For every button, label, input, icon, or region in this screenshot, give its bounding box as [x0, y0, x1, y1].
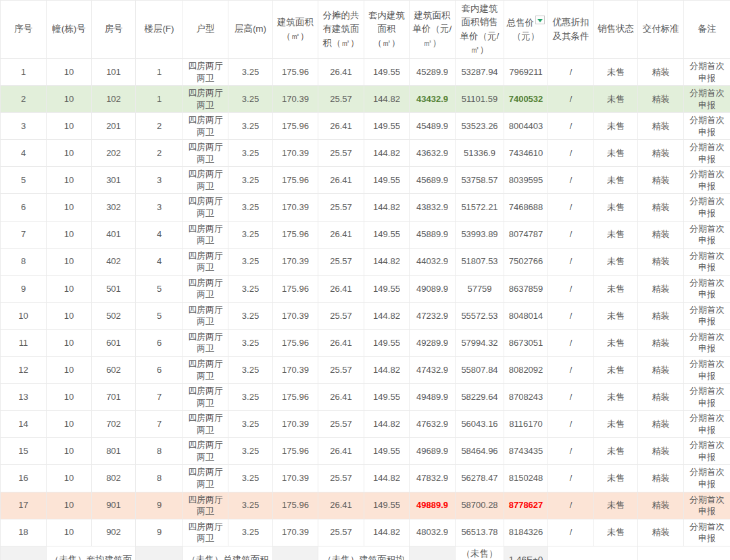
cell-status: 未售: [594, 248, 638, 275]
cell-unit-type: 四房两厅两卫: [183, 248, 228, 275]
cell-unit-price: 49289.9: [410, 329, 456, 356]
cell-floor: 3: [136, 194, 183, 221]
cell-floor-height: 3.25: [228, 221, 273, 248]
cell-build-area: 170.39: [273, 465, 318, 492]
cell-discount: /: [548, 113, 594, 140]
cell-unit-price: 43832.9: [410, 194, 456, 221]
cell-shared-area: 26.41: [318, 438, 364, 465]
cell-shared-area: 25.57: [318, 411, 364, 438]
cell-floor-height: 3.25: [228, 357, 273, 384]
cell-discount: /: [548, 329, 594, 356]
cell-shared-area: 25.57: [318, 194, 364, 221]
cell-status: 未售: [594, 86, 638, 113]
cell-floor: 3: [136, 167, 183, 194]
table-row[interactable]: 3 10 201 2 四房两厅两卫 3.25 175.96 26.41 149.…: [1, 113, 730, 140]
cell-unit-type: 四房两厅两卫: [183, 357, 228, 384]
cell-total-price: 8150248: [504, 465, 548, 492]
cell-remark: 分期首次申报: [684, 140, 730, 167]
cell-seq: 1: [1, 59, 47, 86]
cell-shared-area: 25.57: [318, 357, 364, 384]
table-row[interactable]: 12 10 602 6 四房两厅两卫 3.25 170.39 25.57 144…: [1, 357, 730, 384]
header-row: 序号 幢(栋)号 房号 楼层(F) 户型 层高(m) 建筑面积（㎡） 分摊的共有…: [1, 1, 730, 59]
cell-unit-type: 四房两厅两卫: [183, 411, 228, 438]
cell-build-area: 170.39: [273, 194, 318, 221]
cell-room: 902: [92, 519, 136, 546]
cell-room: 801: [92, 438, 136, 465]
cell-build-area: 175.96: [273, 492, 318, 519]
cell-inner-unit-price: 53993.89: [456, 221, 504, 248]
cell-room: 502: [92, 302, 136, 329]
cell-building: 10: [47, 357, 92, 384]
col-header-remark: 备注: [684, 1, 730, 59]
summary-total-price-value: 1.46E+08: [504, 546, 548, 560]
table-row[interactable]: 1 10 101 1 四房两厅两卫 3.25 175.96 26.41 149.…: [1, 59, 730, 86]
cell-delivery: 精装: [638, 302, 684, 329]
cell-delivery: 精装: [638, 384, 684, 411]
cell-unit-type: 四房两厅两卫: [183, 221, 228, 248]
table-row[interactable]: 2 10 102 1 四房两厅两卫 3.25 170.39 25.57 144.…: [1, 86, 730, 113]
cell-seq: 3: [1, 113, 47, 140]
cell-inner-unit-price: 56043.16: [456, 411, 504, 438]
table-row[interactable]: 5 10 301 3 四房两厅两卫 3.25 175.96 26.41 149.…: [1, 167, 730, 194]
cell-inner-unit-price: 56278.47: [456, 465, 504, 492]
cell-seq: 13: [1, 384, 47, 411]
cell-building: 10: [47, 465, 92, 492]
cell-total-price: 8743435: [504, 438, 548, 465]
cell-unit-type: 四房两厅两卫: [183, 113, 228, 140]
cell-remark: 分期首次申报: [684, 492, 730, 519]
cell-discount: /: [548, 519, 594, 546]
cell-inner-unit-price: 51807.53: [456, 248, 504, 275]
table-row[interactable]: 16 10 802 8 四房两厅两卫 3.25 170.39 25.57 144…: [1, 465, 730, 492]
table-row[interactable]: 10 10 502 5 四房两厅两卫 3.25 170.39 25.57 144…: [1, 302, 730, 329]
table-row[interactable]: 15 10 801 8 四房两厅两卫 3.25 175.96 26.41 149…: [1, 438, 730, 465]
cell-inner-area: 149.55: [364, 59, 410, 86]
cell-unit-price: 44032.9: [410, 248, 456, 275]
cell-floor: 6: [136, 357, 183, 384]
cell-total-price: 8778627: [504, 492, 548, 519]
cell-discount: /: [548, 492, 594, 519]
cell-inner-unit-price: 51101.59: [456, 86, 504, 113]
cell-floor: 2: [136, 140, 183, 167]
cell-remark: 分期首次申报: [684, 86, 730, 113]
cell-unit-type: 四房两厅两卫: [183, 275, 228, 302]
cell-remark: 分期首次申报: [684, 438, 730, 465]
filter-dropdown-icon[interactable]: [535, 16, 545, 24]
cell-inner-unit-price: 58464.96: [456, 438, 504, 465]
cell-delivery: 精装: [638, 519, 684, 546]
cell-unit-price: 47432.9: [410, 357, 456, 384]
table-row[interactable]: 13 10 701 7 四房两厅两卫 3.25 175.96 26.41 149…: [1, 384, 730, 411]
cell-floor: 1: [136, 86, 183, 113]
col-header-room: 房号: [92, 1, 136, 59]
cell-building: 10: [47, 194, 92, 221]
table-body: 1 10 101 1 四房两厅两卫 3.25 175.96 26.41 149.…: [1, 59, 730, 546]
table-row[interactable]: 14 10 702 7 四房两厅两卫 3.25 170.39 25.57 144…: [1, 411, 730, 438]
cell-discount: /: [548, 465, 594, 492]
cell-room: 101: [92, 59, 136, 86]
cell-building: 10: [47, 519, 92, 546]
cell-build-area: 175.96: [273, 275, 318, 302]
cell-inner-area: 149.55: [364, 113, 410, 140]
table-row[interactable]: 17 10 901 9 四房两厅两卫 3.25 175.96 26.41 149…: [1, 492, 730, 519]
cell-remark: 分期首次申报: [684, 302, 730, 329]
cell-seq: 8: [1, 248, 47, 275]
cell-discount: /: [548, 167, 594, 194]
cell-floor-height: 3.25: [228, 59, 273, 86]
table-row[interactable]: 18 10 902 9 四房两厅两卫 3.25 170.39 25.57 144…: [1, 519, 730, 546]
cell-seq: 5: [1, 167, 47, 194]
cell-shared-area: 25.57: [318, 519, 364, 546]
table-row[interactable]: 11 10 601 6 四房两厅两卫 3.25 175.96 26.41 149…: [1, 329, 730, 356]
cell-unit-type: 四房两厅两卫: [183, 194, 228, 221]
cell-status: 未售: [594, 167, 638, 194]
table-row[interactable]: 8 10 402 4 四房两厅两卫 3.25 170.39 25.57 144.…: [1, 248, 730, 275]
cell-unit-type: 四房两厅两卫: [183, 492, 228, 519]
cell-build-area: 170.39: [273, 302, 318, 329]
col-header-inner-unit-price: 套内建筑面积销售单价（元/㎡）: [456, 1, 504, 59]
cell-remark: 分期首次申报: [684, 275, 730, 302]
table-row[interactable]: 9 10 501 5 四房两厅两卫 3.25 175.96 26.41 149.…: [1, 275, 730, 302]
cell-total-price: 8004403: [504, 113, 548, 140]
cell-unit-price: 48032.9: [410, 519, 456, 546]
table-row[interactable]: 6 10 302 3 四房两厅两卫 3.25 170.39 25.57 144.…: [1, 194, 730, 221]
table-row[interactable]: 4 10 202 2 四房两厅两卫 3.25 170.39 25.57 144.…: [1, 140, 730, 167]
cell-building: 10: [47, 86, 92, 113]
table-row[interactable]: 7 10 401 4 四房两厅两卫 3.25 175.96 26.41 149.…: [1, 221, 730, 248]
